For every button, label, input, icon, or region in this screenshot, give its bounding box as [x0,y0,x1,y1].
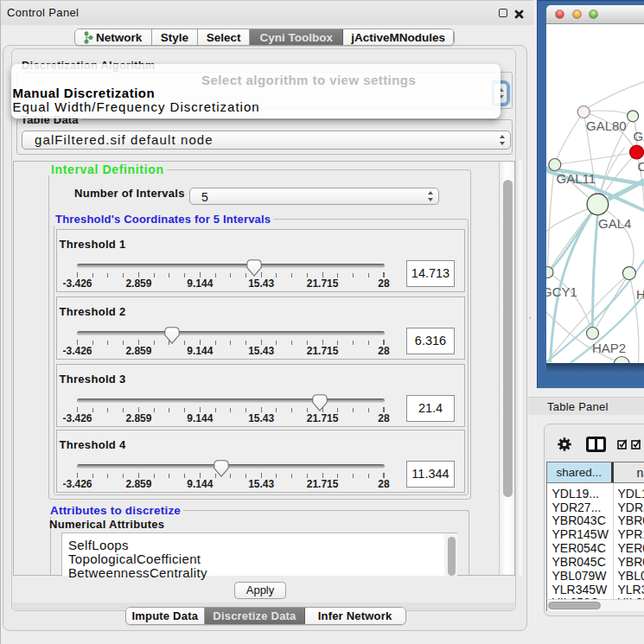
svg-text:GAL4: GAL4 [598,215,631,230]
svg-text:GCY1: GCY1 [546,284,577,299]
svg-text:H: H [636,287,644,302]
svg-text:GAL80: GAL80 [586,118,627,132]
svg-text:HAP2: HAP2 [592,340,626,354]
svg-text:C: C [637,158,644,173]
svg-text:GAL11: GAL11 [556,171,596,186]
svg-text:GA: GA [633,128,644,143]
